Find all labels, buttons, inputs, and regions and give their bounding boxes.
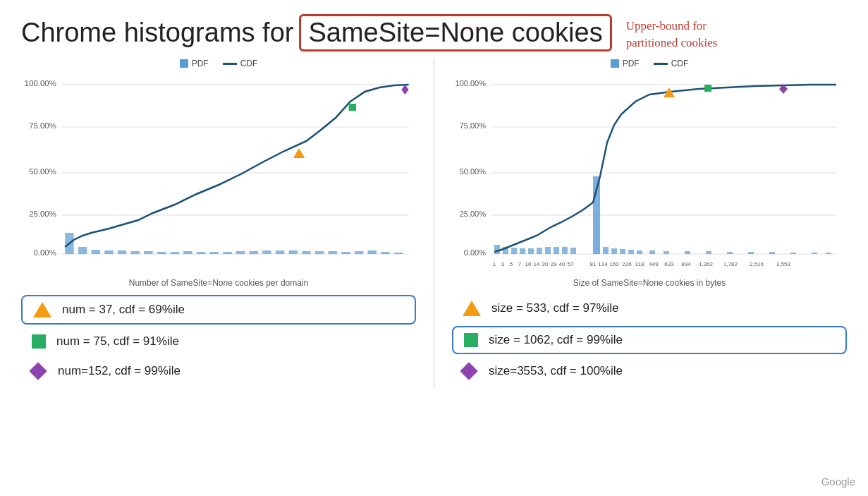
svg-rect-28 bbox=[302, 251, 310, 254]
cdf-icon-right bbox=[654, 63, 668, 65]
left-info-box-3: num=152, cdf = 99%ile bbox=[21, 358, 416, 384]
svg-rect-27 bbox=[289, 250, 298, 254]
diamond-icon-2 bbox=[460, 362, 477, 380]
google-logo: Google bbox=[821, 476, 855, 488]
svg-rect-72 bbox=[790, 253, 796, 254]
right-info-box-2: size = 1062, cdf = 99%ile bbox=[452, 326, 847, 354]
svg-text:14: 14 bbox=[534, 261, 540, 267]
svg-text:2,516: 2,516 bbox=[750, 261, 764, 267]
left-chart-svg: 100.00% 75.00% 50.00% 25.00% 0.00% bbox=[21, 72, 416, 270]
svg-text:75.00%: 75.00% bbox=[29, 121, 56, 130]
svg-rect-15 bbox=[131, 251, 140, 254]
right-info-box-1: size = 533, cdf = 97%ile bbox=[452, 295, 847, 322]
svg-rect-55 bbox=[545, 247, 551, 254]
left-chart-container: PDF CDF 100.00% 75.00% 50.00% 25.00% 0.0… bbox=[21, 59, 416, 388]
svg-rect-69 bbox=[727, 252, 733, 254]
svg-rect-71 bbox=[769, 252, 775, 254]
svg-rect-58 bbox=[570, 248, 576, 254]
right-cdf-legend: CDF bbox=[654, 59, 689, 68]
svg-rect-52 bbox=[520, 248, 525, 254]
svg-rect-60 bbox=[603, 247, 609, 254]
left-pdf-legend: PDF bbox=[180, 59, 209, 68]
svg-text:5: 5 bbox=[510, 261, 513, 267]
svg-rect-23 bbox=[236, 251, 245, 254]
triangle-icon-2 bbox=[463, 301, 481, 316]
left-info-text-3: num=152, cdf = 99%ile bbox=[58, 364, 181, 378]
svg-rect-32 bbox=[355, 251, 363, 254]
svg-text:1: 1 bbox=[493, 261, 496, 267]
right-info-box-3: size=3553, cdf = 100%ile bbox=[452, 358, 847, 384]
right-chart-label: Size of SameSite=None cookies in bytes bbox=[452, 278, 847, 288]
right-chart-area: 100.00% 75.00% 50.00% 25.00% 0.00% bbox=[452, 72, 847, 277]
svg-rect-24 bbox=[250, 251, 258, 254]
svg-text:25.00%: 25.00% bbox=[460, 210, 487, 218]
right-info-text-1: size = 533, cdf = 97%ile bbox=[491, 301, 619, 315]
svg-text:10: 10 bbox=[525, 261, 532, 267]
svg-rect-12 bbox=[92, 250, 100, 254]
left-info-box-1: num = 37, cdf = 69%ile bbox=[21, 295, 416, 325]
svg-rect-62 bbox=[620, 249, 625, 254]
svg-text:20: 20 bbox=[542, 261, 549, 267]
svg-text:75.00%: 75.00% bbox=[460, 121, 487, 130]
title-prefix: Chrome histograms for bbox=[21, 18, 293, 48]
svg-text:50.00%: 50.00% bbox=[29, 167, 56, 176]
svg-rect-53 bbox=[528, 248, 534, 254]
svg-text:0.00%: 0.00% bbox=[33, 248, 56, 257]
svg-text:50.00%: 50.00% bbox=[460, 167, 487, 176]
svg-rect-54 bbox=[537, 248, 542, 254]
right-info-text-2: size = 1062, cdf = 99%ile bbox=[489, 333, 623, 347]
svg-rect-22 bbox=[223, 252, 231, 254]
svg-rect-66 bbox=[664, 251, 669, 254]
svg-rect-56 bbox=[554, 247, 559, 254]
title-highlight: SameSite=None cookies bbox=[299, 14, 611, 52]
right-info-text-3: size=3553, cdf = 100%ile bbox=[489, 364, 623, 378]
svg-text:100.00%: 100.00% bbox=[456, 79, 487, 87]
left-info-box-2: num = 75, cdf = 91%ile bbox=[21, 329, 416, 354]
svg-text:1,782: 1,782 bbox=[723, 261, 738, 267]
svg-rect-57 bbox=[562, 247, 568, 254]
left-chart-area: 100.00% 75.00% 50.00% 25.00% 0.00% bbox=[21, 72, 416, 277]
svg-text:0.00%: 0.00% bbox=[464, 248, 486, 257]
right-chart-svg: 100.00% 75.00% 50.00% 25.00% 0.00% bbox=[452, 72, 847, 270]
svg-text:449: 449 bbox=[649, 261, 659, 267]
svg-rect-18 bbox=[171, 252, 179, 254]
svg-rect-21 bbox=[210, 252, 219, 254]
left-chart-legend: PDF CDF bbox=[21, 59, 416, 68]
right-pdf-legend: PDF bbox=[611, 59, 640, 68]
svg-rect-19 bbox=[183, 251, 192, 254]
svg-rect-16 bbox=[144, 251, 152, 254]
cdf-icon bbox=[223, 63, 237, 65]
square-icon-2 bbox=[464, 333, 478, 347]
svg-text:226: 226 bbox=[622, 261, 632, 267]
left-info-boxes: num = 37, cdf = 69%ile num = 75, cdf = 9… bbox=[21, 295, 416, 384]
svg-text:160: 160 bbox=[609, 261, 619, 267]
svg-rect-61 bbox=[611, 248, 617, 254]
svg-rect-67 bbox=[685, 251, 690, 254]
svg-text:7: 7 bbox=[518, 261, 522, 267]
svg-rect-13 bbox=[104, 250, 113, 254]
svg-rect-11 bbox=[78, 247, 87, 254]
svg-rect-63 bbox=[628, 250, 634, 254]
svg-marker-37 bbox=[349, 104, 356, 111]
svg-rect-25 bbox=[262, 250, 271, 254]
diamond-icon-1 bbox=[29, 362, 47, 380]
left-info-text-2: num = 75, cdf = 91%ile bbox=[56, 334, 179, 349]
svg-rect-73 bbox=[812, 253, 817, 254]
svg-rect-65 bbox=[649, 250, 655, 254]
left-cdf-legend: CDF bbox=[223, 59, 258, 68]
svg-text:633: 633 bbox=[664, 261, 674, 267]
triangle-icon-1 bbox=[33, 302, 51, 317]
svg-marker-36 bbox=[293, 148, 305, 158]
svg-rect-49 bbox=[494, 245, 500, 254]
svg-marker-38 bbox=[401, 85, 408, 95]
right-chart-container: PDF CDF 100.00% 75.00% 50.00% 25.00% 0.0… bbox=[452, 59, 847, 388]
svg-text:100.00%: 100.00% bbox=[25, 79, 56, 87]
svg-rect-14 bbox=[118, 250, 126, 254]
svg-text:318: 318 bbox=[635, 261, 644, 267]
svg-text:81: 81 bbox=[590, 261, 597, 267]
svg-rect-70 bbox=[748, 252, 754, 254]
svg-rect-30 bbox=[329, 251, 337, 254]
charts-row: PDF CDF 100.00% 75.00% 50.00% 25.00% 0.0… bbox=[21, 59, 847, 388]
svg-rect-74 bbox=[826, 253, 831, 254]
svg-rect-35 bbox=[394, 253, 403, 254]
